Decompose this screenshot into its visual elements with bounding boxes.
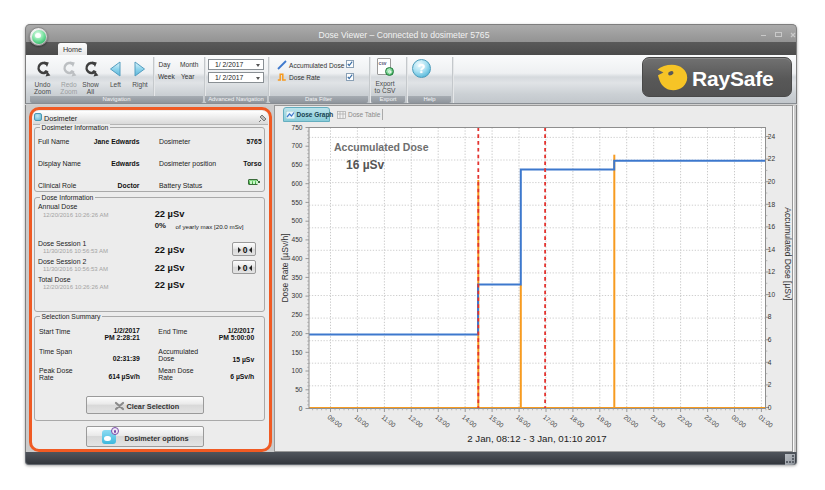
svg-text:300: 300: [291, 292, 302, 299]
svg-text:16:00: 16:00: [514, 413, 531, 429]
svg-text:250: 250: [291, 311, 302, 318]
svg-text:00:00: 00:00: [730, 413, 747, 429]
svg-text:700: 700: [291, 142, 302, 149]
svg-text:19:00: 19:00: [595, 413, 612, 429]
svg-text:150: 150: [291, 349, 302, 356]
svg-text:11:00: 11:00: [380, 413, 397, 428]
svg-text:20: 20: [767, 178, 775, 185]
svg-text:22: 22: [767, 155, 775, 162]
svg-text:15:00: 15:00: [487, 413, 504, 429]
svg-text:2 Jan, 08:12 - 3 Jan, 01:10 20: 2 Jan, 08:12 - 3 Jan, 01:10 2017: [467, 433, 607, 444]
svg-text:12:00: 12:00: [407, 413, 424, 429]
svg-text:16: 16: [767, 223, 775, 230]
svg-text:20:00: 20:00: [622, 413, 639, 429]
svg-text:8: 8: [767, 313, 771, 320]
svg-text:18: 18: [767, 201, 775, 208]
svg-text:0: 0: [243, 245, 248, 255]
svg-text:12: 12: [767, 268, 775, 275]
svg-text:450: 450: [291, 236, 302, 243]
svg-text:400: 400: [291, 255, 302, 262]
svg-text:0: 0: [243, 263, 248, 273]
svg-text:0: 0: [298, 405, 302, 412]
svg-text:01:00: 01:00: [757, 413, 774, 429]
svg-text:16 µSv: 16 µSv: [346, 158, 385, 172]
svg-text:0: 0: [767, 404, 771, 411]
svg-text:Dose Rate [µSv/h]: Dose Rate [µSv/h]: [279, 233, 289, 302]
svg-text:100: 100: [291, 367, 302, 374]
svg-text:50: 50: [295, 386, 303, 393]
svg-text:2: 2: [767, 381, 771, 388]
svg-text:14: 14: [767, 246, 775, 253]
svg-text:Accumulated Dose: Accumulated Dose: [334, 141, 429, 153]
svg-text:09:00: 09:00: [326, 413, 343, 429]
svg-text:600: 600: [291, 180, 302, 187]
svg-text:21:00: 21:00: [649, 413, 666, 429]
svg-text:350: 350: [291, 274, 302, 281]
svg-text:500: 500: [291, 217, 302, 224]
svg-text:24: 24: [767, 133, 775, 140]
svg-text:200: 200: [291, 330, 302, 337]
svg-text:750: 750: [291, 124, 302, 131]
svg-text:22:00: 22:00: [676, 413, 693, 429]
svg-text:18:00: 18:00: [568, 413, 585, 429]
svg-text:10: 10: [767, 291, 775, 298]
svg-text:650: 650: [291, 161, 302, 168]
svg-text:Accumulated Dose [µSv]: Accumulated Dose [µSv]: [783, 207, 793, 300]
svg-text:10:00: 10:00: [353, 413, 370, 429]
svg-text:14:00: 14:00: [460, 413, 477, 429]
svg-text:23:00: 23:00: [703, 413, 720, 429]
svg-text:17:00: 17:00: [541, 413, 558, 429]
svg-text:6: 6: [767, 336, 771, 343]
svg-text:13:00: 13:00: [434, 413, 451, 429]
svg-text:550: 550: [291, 199, 302, 206]
svg-text:4: 4: [767, 359, 771, 366]
